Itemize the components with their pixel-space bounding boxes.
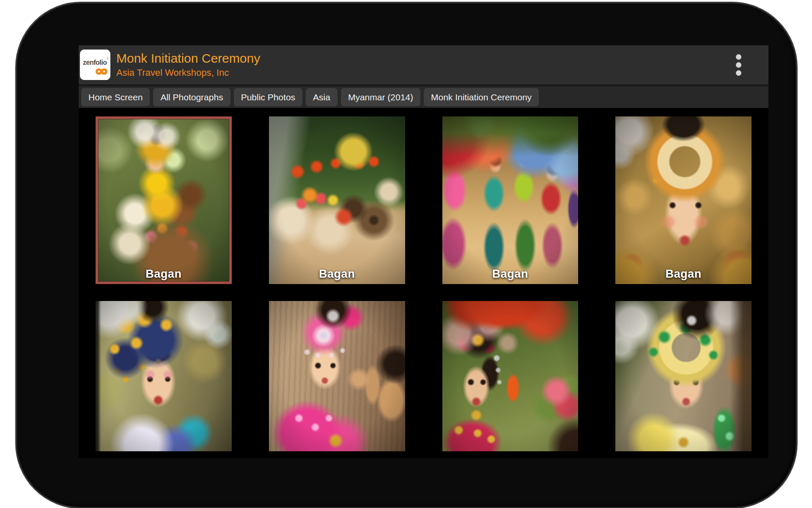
photo-thumbnail[interactable]: [442, 301, 579, 451]
photo-image: [269, 301, 405, 451]
breadcrumb-item-all-photographs[interactable]: All Photographs: [153, 88, 230, 106]
photo-thumbnail[interactable]: Bagan: [269, 116, 405, 284]
breadcrumb-item-public-photos[interactable]: Public Photos: [234, 88, 302, 106]
photo-image: [96, 116, 232, 284]
breadcrumb-item-asia[interactable]: Asia: [306, 88, 337, 106]
photo-thumbnail[interactable]: Bagan: [615, 116, 752, 284]
photo-caption: Bagan: [615, 268, 752, 281]
photo-image: [442, 301, 579, 451]
photo-image: [96, 301, 232, 451]
zenfolio-logo-text: zenfolio: [83, 59, 107, 66]
breadcrumb-item-home-screen[interactable]: Home Screen: [81, 88, 150, 106]
photo-thumbnail[interactable]: [269, 301, 405, 451]
photo-image: [442, 116, 579, 284]
breadcrumb: Home Screen All Photographs Public Photo…: [79, 86, 768, 108]
photo-thumbnail-selected[interactable]: Bagan: [96, 116, 232, 284]
photo-thumbnail[interactable]: Bagan: [442, 116, 579, 284]
zenfolio-app-window: zenfolio ® Monk Initiation Ceremony Asia…: [79, 45, 768, 458]
tablet-frame: zenfolio ® Monk Initiation Ceremony Asia…: [15, 2, 798, 508]
breadcrumb-item-monk-initiation-ceremony[interactable]: Monk Initiation Ceremony: [424, 88, 539, 106]
kebab-dot: [736, 54, 741, 60]
photo-thumbnail[interactable]: [615, 301, 752, 451]
photo-image: [615, 301, 752, 451]
breadcrumb-item-myanmar-2014[interactable]: Myanmar (2014): [341, 88, 420, 106]
kebab-dot: [736, 62, 741, 68]
registered-mark: ®: [107, 57, 109, 60]
photo-thumbnail[interactable]: [96, 301, 232, 451]
photo-grid: Bagan Bagan Bagan Bagan: [79, 110, 768, 458]
overflow-menu-button[interactable]: [733, 52, 744, 78]
zenfolio-logo[interactable]: zenfolio ®: [80, 50, 110, 80]
photo-image: [269, 116, 405, 284]
kebab-dot: [736, 70, 741, 76]
page-background: zenfolio ® Monk Initiation Ceremony Asia…: [0, 0, 812, 508]
zenfolio-infinity-icon: [91, 66, 110, 79]
photo-caption: Bagan: [442, 268, 579, 281]
page-title: Monk Initiation Ceremony: [116, 51, 260, 66]
photo-caption: Bagan: [96, 268, 232, 281]
photo-image: [615, 116, 752, 284]
page-subtitle: Asia Travel Workshops, Inc: [116, 67, 260, 78]
tablet-screen: zenfolio ® Monk Initiation Ceremony Asia…: [16, 3, 796, 508]
photo-caption: Bagan: [269, 268, 405, 281]
app-header: zenfolio ® Monk Initiation Ceremony Asia…: [79, 45, 768, 84]
header-titles: Monk Initiation Ceremony Asia Travel Wor…: [116, 51, 260, 78]
